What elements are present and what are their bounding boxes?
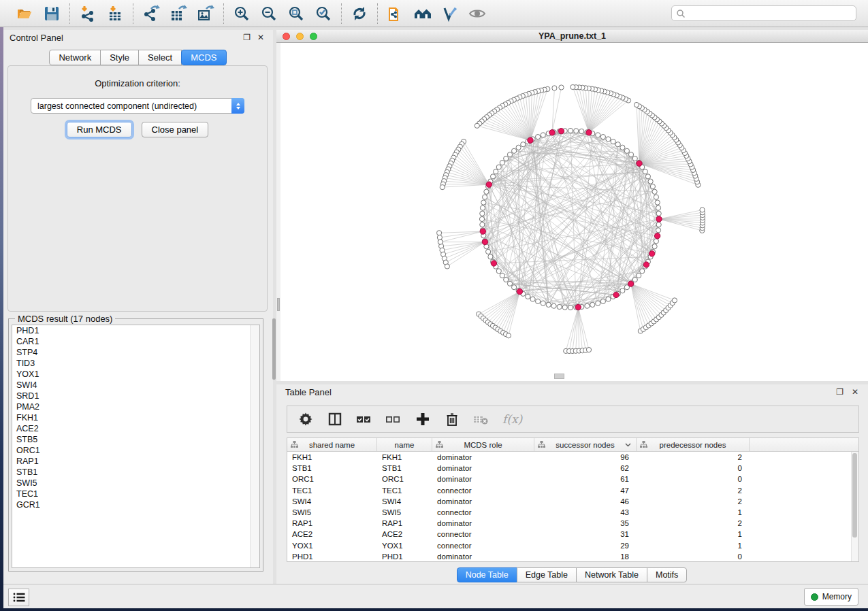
network-view-canvas[interactable] xyxy=(276,43,868,381)
mcds-result-item[interactable]: SWI5 xyxy=(12,478,259,489)
task-history-button[interactable] xyxy=(8,589,29,606)
export-table-icon[interactable] xyxy=(170,5,187,22)
cell-successor-nodes: 29 xyxy=(534,542,637,550)
refresh-layout-icon[interactable] xyxy=(351,5,368,22)
delete-column-icon[interactable] xyxy=(444,411,460,427)
column-header-successor-nodes[interactable]: successor nodes xyxy=(534,438,637,451)
mcds-result-item[interactable]: PMA2 xyxy=(12,401,259,412)
cell-predecessor-nodes: 0 xyxy=(637,552,750,561)
table-panel-float-icon[interactable]: ❐ xyxy=(836,388,843,396)
mcds-result-item[interactable]: ORC1 xyxy=(12,445,259,456)
memory-button[interactable]: Memory xyxy=(804,588,858,606)
table-row[interactable]: SWI5SWI5connector431 xyxy=(287,507,858,518)
close-panel-button[interactable]: Close panel xyxy=(142,122,209,137)
table-row[interactable]: ORC1ORC1dominator610 xyxy=(287,474,858,484)
search-icon xyxy=(676,9,686,18)
mcds-result-item[interactable]: GCR1 xyxy=(12,499,259,510)
table-row[interactable]: STB1STB1dominator620 xyxy=(287,463,858,474)
mcds-result-item[interactable]: CAR1 xyxy=(12,336,259,347)
table-panel-close-icon[interactable]: ✕ xyxy=(852,388,858,396)
tab-motifs[interactable]: Motifs xyxy=(647,567,687,582)
two-pane-icon[interactable] xyxy=(327,411,343,427)
tab-mcds[interactable]: MCDS xyxy=(181,50,226,65)
mcds-result-item[interactable]: STP4 xyxy=(12,347,259,358)
cell-name: SWI5 xyxy=(377,508,432,516)
export-image-icon[interactable] xyxy=(197,5,214,22)
column-header-MCDS-role[interactable]: MCDS role xyxy=(432,438,534,451)
table-row[interactable]: YOX1YOX1connector291 xyxy=(287,540,858,551)
network-horizontal-scrollbar[interactable] xyxy=(554,374,564,379)
table-row[interactable]: SWI4SWI4dominator462 xyxy=(287,496,858,507)
control-panel-float-icon[interactable]: ❐ xyxy=(243,33,251,42)
home-pages-icon[interactable] xyxy=(414,5,432,22)
tab-edge-table[interactable]: Edge Table xyxy=(517,567,577,582)
tab-node-table[interactable]: Node Table xyxy=(457,567,517,582)
mcds-list-scrollbar[interactable] xyxy=(250,325,259,567)
table-row[interactable]: ACE2ACE2connector311 xyxy=(287,529,858,540)
table-row[interactable]: RAP1RAP1dominator352 xyxy=(287,518,858,529)
node-table: shared namenameMCDS rolesuccessor nodesp… xyxy=(287,437,859,562)
control-panel-close-icon[interactable]: ✕ xyxy=(257,33,264,42)
mcds-result-item[interactable]: PHD1 xyxy=(12,325,259,336)
cell-predecessor-nodes: 0 xyxy=(637,475,750,483)
mcds-result-item[interactable]: YOX1 xyxy=(12,369,259,380)
main-toolbar xyxy=(0,0,868,27)
cell-predecessor-nodes: 0 xyxy=(637,464,750,472)
export-network-icon[interactable] xyxy=(142,5,160,22)
cell-MCDS-role: connector xyxy=(432,530,534,538)
cell-shared-name: PHD1 xyxy=(287,552,377,561)
zoom-fit-icon[interactable] xyxy=(287,5,305,22)
deselect-all-checkboxes-icon[interactable] xyxy=(385,411,402,427)
table-row[interactable]: PHD1PHD1dominator180 xyxy=(287,551,858,562)
run-mcds-button[interactable]: Run MCDS xyxy=(67,122,132,137)
toggle-visibility-icon[interactable] xyxy=(468,5,486,22)
open-session-icon[interactable] xyxy=(16,5,33,22)
import-network-icon[interactable] xyxy=(79,5,97,22)
mcds-result-item[interactable]: SRD1 xyxy=(12,391,259,401)
network-from-file-icon[interactable] xyxy=(387,5,404,22)
tab-select[interactable]: Select xyxy=(138,50,182,65)
mcds-result-list[interactable]: PHD1CAR1STP4TID3YOX1SWI4SRD1PMA2FKH1ACE2… xyxy=(12,325,260,568)
column-header-predecessor-nodes[interactable]: predecessor nodes xyxy=(637,438,750,451)
mcds-result-item[interactable]: ACE2 xyxy=(12,423,259,434)
mcds-result-item[interactable]: TID3 xyxy=(12,358,259,369)
column-header-name[interactable]: name xyxy=(377,438,432,451)
criterion-select[interactable]: largest connected component (undirected) xyxy=(31,98,244,114)
mcds-result-item[interactable]: RAP1 xyxy=(12,456,259,467)
select-all-checkboxes-icon[interactable] xyxy=(356,411,372,427)
zoom-out-icon[interactable] xyxy=(260,5,278,22)
zoom-in-icon[interactable] xyxy=(233,5,251,22)
table-row[interactable]: TEC1TEC1connector472 xyxy=(287,485,858,496)
table-scrollbar[interactable] xyxy=(851,452,858,561)
table-row[interactable]: FKH1FKH1dominator962 xyxy=(287,452,858,463)
add-column-icon[interactable] xyxy=(415,411,431,427)
cell-shared-name: ACE2 xyxy=(287,530,377,538)
mcds-result-item[interactable]: STB5 xyxy=(12,434,259,445)
zoom-selected-icon[interactable] xyxy=(315,5,332,22)
cell-successor-nodes: 61 xyxy=(534,475,637,483)
cell-name: RAP1 xyxy=(377,519,432,527)
network-window-titlebar[interactable]: YPA_prune.txt_1 xyxy=(276,30,868,43)
mcds-result-item[interactable]: SWI4 xyxy=(12,380,259,391)
style-tool-icon[interactable] xyxy=(441,5,459,22)
control-panel-scrollbar[interactable] xyxy=(272,318,276,380)
tab-network-table[interactable]: Network Table xyxy=(576,567,647,582)
import-table-icon[interactable] xyxy=(106,5,124,22)
function-builder-icon[interactable]: f(x) xyxy=(502,412,522,426)
clear-table-icon[interactable] xyxy=(473,411,489,427)
cell-shared-name: YOX1 xyxy=(287,542,377,550)
mcds-result-item[interactable]: FKH1 xyxy=(12,412,259,423)
cell-successor-nodes: 43 xyxy=(534,508,637,516)
settings-gear-icon[interactable] xyxy=(298,411,314,427)
mcds-result-item[interactable]: TEC1 xyxy=(12,489,259,499)
cell-MCDS-role: dominator xyxy=(432,497,534,506)
save-session-icon[interactable] xyxy=(43,5,61,22)
mcds-result-item[interactable]: STB1 xyxy=(12,467,259,478)
status-bar: Memory xyxy=(3,584,868,608)
tab-network[interactable]: Network xyxy=(49,50,101,65)
column-header-shared-name[interactable]: shared name xyxy=(287,438,377,451)
tab-style[interactable]: Style xyxy=(100,50,139,65)
network-vertical-scrollbar[interactable] xyxy=(276,43,280,381)
search-input[interactable] xyxy=(686,8,856,19)
cell-successor-nodes: 96 xyxy=(534,453,637,461)
